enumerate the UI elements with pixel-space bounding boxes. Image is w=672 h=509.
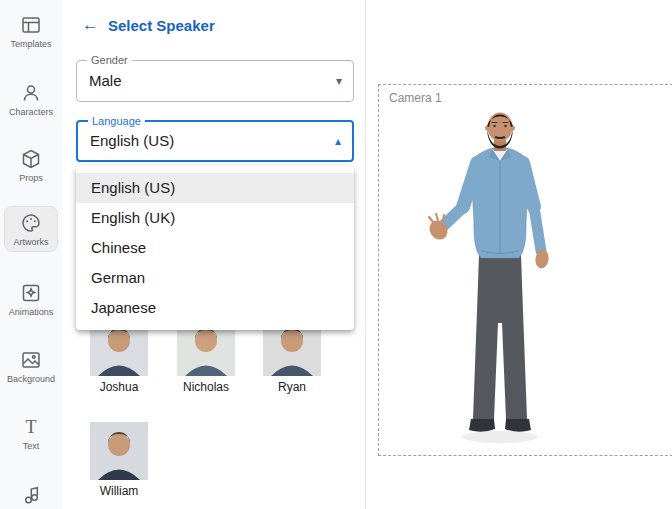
avatar-character[interactable] <box>415 101 585 446</box>
gender-select-value: Male <box>77 61 353 101</box>
gender-select[interactable]: Gender Male ▾ <box>76 60 354 102</box>
gender-select-label: Gender <box>87 54 132 66</box>
sidebar-item-music[interactable] <box>4 478 58 509</box>
panel-header: ← Select Speaker <box>82 16 215 34</box>
language-select-value: English (US) <box>78 122 352 160</box>
menu-item-chinese[interactable]: Chinese <box>76 233 354 263</box>
sidebar-item-animations[interactable]: Animations <box>4 276 58 322</box>
templates-icon <box>20 14 42 36</box>
sidebar-item-templates[interactable]: Templates <box>4 8 58 54</box>
sidebar-item-label: Text <box>23 441 40 451</box>
sidebar-item-label: Props <box>19 173 43 183</box>
menu-item-japanese[interactable]: Japanese <box>76 293 354 323</box>
sidebar-item-label: Characters <box>9 107 53 117</box>
sidebar-item-label: Background <box>7 374 55 384</box>
speaker-photo-william[interactable] <box>90 422 148 480</box>
camera-frame[interactable]: Camera 1 <box>378 84 672 456</box>
animations-icon <box>20 282 42 304</box>
svg-text:T: T <box>26 417 37 437</box>
menu-item-english-uk[interactable]: English (UK) <box>76 203 354 233</box>
sidebar-item-label: Templates <box>10 39 51 49</box>
speaker-name: William <box>90 484 148 498</box>
sidebar-item-characters[interactable]: Characters <box>4 76 58 122</box>
speaker-panel: ← Select Speaker Gender Male ▾ Language … <box>62 0 366 509</box>
menu-item-english-us[interactable]: English (US) <box>76 173 354 203</box>
sidebar-item-label: Animations <box>9 307 54 317</box>
app-window: Templates Characters Props Artworks Anim <box>0 0 672 509</box>
language-dropdown-menu: English (US) English (UK) Chinese German… <box>76 166 354 330</box>
chevron-down-icon: ▾ <box>336 74 342 88</box>
chevron-up-icon: ▴ <box>335 134 341 148</box>
speaker-name: Nicholas <box>177 380 235 394</box>
sidebar: Templates Characters Props Artworks Anim <box>0 0 62 509</box>
page-title: Select Speaker <box>108 17 215 34</box>
sidebar-item-props[interactable]: Props <box>4 142 58 188</box>
props-icon <box>20 148 42 170</box>
sidebar-item-background[interactable]: Background <box>4 343 58 389</box>
characters-icon <box>20 82 42 104</box>
back-button[interactable]: ← <box>82 16 99 34</box>
speaker-name: Joshua <box>90 380 148 394</box>
language-select[interactable]: Language English (US) ▴ <box>76 120 354 162</box>
background-icon <box>20 349 42 371</box>
sidebar-item-label: Artworks <box>13 237 48 247</box>
editor-canvas: Camera 1 <box>366 0 672 509</box>
music-icon <box>20 484 42 506</box>
artworks-icon <box>20 212 42 234</box>
language-select-label: Language <box>88 115 145 127</box>
sidebar-item-artworks[interactable]: Artworks <box>4 206 58 252</box>
speaker-name: Ryan <box>263 380 321 394</box>
text-icon: T <box>20 416 42 438</box>
menu-item-german[interactable]: German <box>76 263 354 293</box>
sidebar-item-text[interactable]: T Text <box>4 410 58 456</box>
